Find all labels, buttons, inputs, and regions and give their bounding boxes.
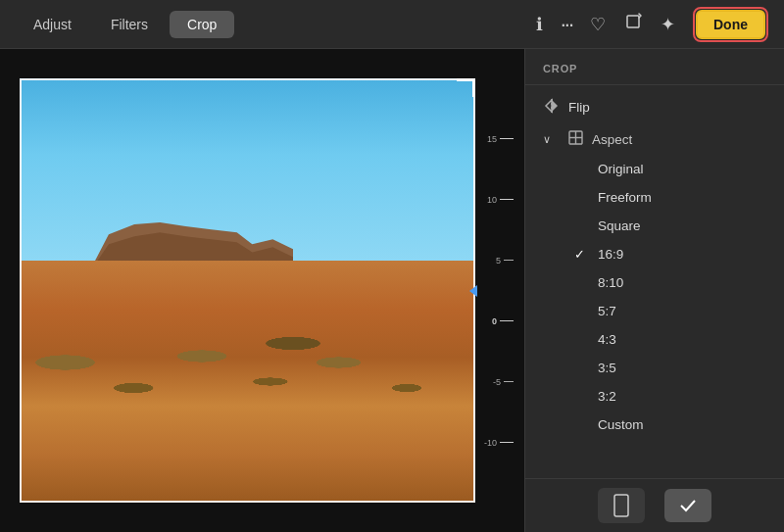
aspect-4-3[interactable]: 4:3 [525, 325, 784, 354]
tab-adjust[interactable]: Adjust [16, 11, 89, 38]
confirm-check-icon [678, 496, 698, 515]
info-icon[interactable]: ℹ [536, 14, 543, 35]
custom-label: Custom [598, 417, 644, 432]
panel-bottom [525, 478, 784, 532]
aspect-icon [566, 130, 584, 148]
aspect-8-10[interactable]: 8:10 [525, 268, 784, 297]
confirm-button[interactable] [664, 489, 711, 522]
more-icon[interactable]: ··· [561, 12, 572, 37]
3-2-label: 3:2 [598, 389, 616, 404]
aspect-3-5[interactable]: 3:5 [525, 354, 784, 382]
ruler-ticks: 15 10 5 0 -5 [478, 134, 514, 448]
aspect-label: Aspect [592, 132, 632, 147]
portrait-icon [612, 494, 631, 517]
aspect-chevron: ∨ [543, 133, 559, 146]
aspect-custom[interactable]: Custom [525, 411, 784, 439]
photo-image [20, 78, 475, 503]
photo-canvas [20, 78, 475, 503]
heart-icon[interactable]: ♡ [590, 14, 606, 35]
original-label: Original [598, 162, 644, 176]
aspect-square[interactable]: Square [525, 212, 784, 240]
tab-crop[interactable]: Crop [170, 11, 234, 38]
tick-5: 5 [496, 256, 514, 266]
ruler-area: 15 10 5 0 -5 [475, 49, 516, 532]
flip-label: Flip [568, 100, 590, 115]
aspect-3-2[interactable]: 3:2 [525, 382, 784, 411]
aspect-5-7[interactable]: 5:7 [525, 297, 784, 325]
square-label: Square [598, 218, 641, 233]
aspect-original[interactable]: Original [525, 155, 784, 183]
magic-icon[interactable]: ✦ [661, 14, 675, 35]
tab-filters[interactable]: Filters [93, 11, 166, 38]
tick-minus5: -5 [493, 377, 514, 387]
tick-10: 10 [487, 195, 514, 205]
done-button-wrapper: Done [693, 7, 768, 42]
main-content: 15 10 5 0 -5 [0, 49, 784, 532]
16-9-check: ✓ [574, 247, 590, 262]
tick-15: 15 [487, 134, 514, 144]
16-9-label: 16:9 [598, 247, 623, 262]
portrait-button[interactable] [598, 488, 645, 523]
flip-icon [543, 98, 561, 117]
aspect-freeform[interactable]: Freeform [525, 183, 784, 212]
crop-rotate-icon[interactable] [623, 12, 643, 36]
photo-area: 15 10 5 0 -5 [0, 49, 524, 532]
4-3-label: 4:3 [598, 332, 616, 347]
tick-0: 0 [492, 316, 514, 326]
scrub-layer [20, 312, 475, 439]
5-7-label: 5:7 [598, 304, 616, 318]
freeform-label: Freeform [598, 190, 652, 205]
panel-header: CROP [525, 49, 784, 85]
done-button[interactable]: Done [696, 10, 765, 39]
ruler-zero-pointer [469, 285, 477, 297]
toolbar-icons: ℹ ··· ♡ ✦ Done [536, 7, 768, 42]
svg-marker-4 [546, 100, 552, 112]
aspect-section[interactable]: ∨ Aspect [525, 123, 784, 155]
right-panel: CROP Flip ∨ [524, 49, 784, 532]
8-10-label: 8:10 [598, 275, 623, 290]
tabs-container: Adjust Filters Crop [16, 11, 234, 38]
panel-list: Flip ∨ Aspect Original [525, 85, 784, 478]
top-bar: Adjust Filters Crop ℹ ··· ♡ ✦ Done [0, 0, 784, 49]
tick-minus10: -10 [484, 438, 514, 448]
svg-rect-9 [614, 495, 628, 516]
svg-rect-0 [627, 16, 639, 27]
svg-marker-3 [552, 100, 558, 112]
aspect-16-9[interactable]: ✓ 16:9 [525, 240, 784, 268]
3-5-label: 3:5 [598, 361, 616, 375]
flip-item[interactable]: Flip [525, 91, 784, 123]
